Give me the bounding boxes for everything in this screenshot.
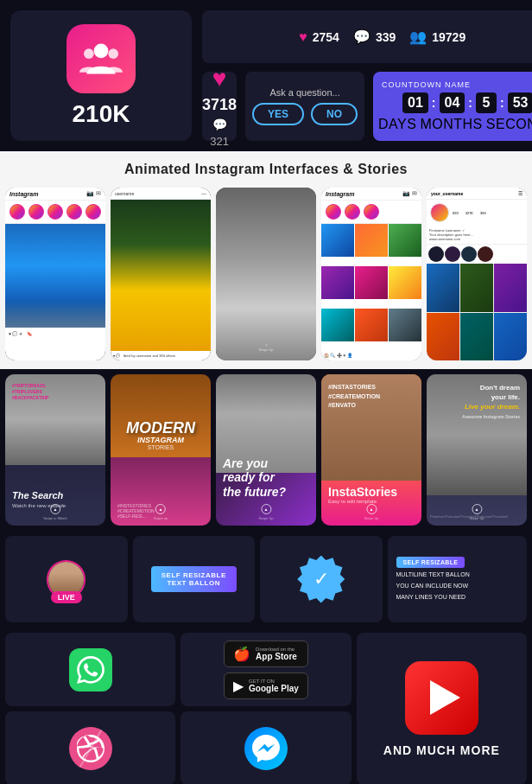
grid-cell: [389, 309, 421, 341]
story-bubble: [364, 204, 379, 220]
verified-checkmark: ✓: [297, 556, 345, 603]
heart-icon: ♥: [299, 29, 307, 45]
story2-stories: STORIES: [117, 444, 204, 450]
store-buttons-cell: 🍎 Download on the App Store ▶ GET IT ON …: [180, 633, 351, 706]
profile-post: [427, 264, 459, 312]
profile-grid: [427, 264, 527, 360]
post-actions-1: ♥ 💬 ✈ 🔖: [5, 328, 105, 340]
dribbble-cell: [5, 711, 175, 784]
followers-stat: 👥 19729: [409, 29, 466, 45]
story5-subtitle: Awesome Instagram Stories: [462, 414, 520, 420]
story-bubble: [48, 204, 63, 220]
colon-3: :: [500, 96, 504, 110]
profile-post: [460, 264, 493, 312]
colon-2: :: [468, 96, 472, 110]
countdown-label: COUNTDOWN NAME: [378, 80, 471, 89]
swipe-arrow-5: ▲: [472, 504, 482, 514]
story-card-2: MODERN INSTAGRAM STORIES #INSTASTORIES #…: [111, 374, 211, 526]
ig-feed-4: Instagram 📷 ✉ 🏠 🔍 ➕ ♥ 👤: [321, 188, 421, 360]
svg-point-1: [84, 48, 94, 59]
live-avatar-container: LIVE: [47, 560, 86, 599]
unit-days: DAYS: [378, 117, 416, 132]
qa-buttons: YES NO: [252, 103, 358, 125]
phone-frame-4: Instagram 📷 ✉ 🏠 🔍 ➕ ♥ 👤: [321, 188, 421, 360]
story4-title-area: InstaStories Easy to edit template: [328, 485, 415, 504]
story2-swipe: Swipe up: [154, 516, 168, 520]
googleplay-button[interactable]: ▶ GET IT ON Google Play: [224, 672, 308, 699]
likes-value: 2754: [313, 30, 339, 44]
stories-bar-1: [5, 201, 105, 224]
arrow-up-icon-5: ▲: [475, 507, 479, 512]
appstore-button[interactable]: 🍎 Download on the App Store: [224, 641, 308, 667]
story-bubble: [10, 204, 25, 220]
and-more-text: AND MUCH MORE: [383, 743, 500, 757]
followers-card: 210K: [10, 10, 192, 141]
ig-header-4: Instagram 📷 ✉: [321, 188, 421, 201]
story-card-4: #INSTASTORIES #CREATEMOTION #ENVATO Inst…: [321, 374, 421, 526]
icons-section: 🍎 Download on the App Store ▶ GET IT ON …: [0, 628, 532, 784]
story4-title: InstaStories: [328, 485, 415, 499]
highlight-3: [461, 246, 477, 262]
story1-bottom: ▲ Swipe to Watch: [43, 504, 67, 520]
likes-card: ♥ 3718 💬 321: [202, 72, 237, 141]
story-bubble: [86, 204, 101, 220]
countdown-seconds: 53: [508, 92, 532, 113]
followers-count: 210K: [73, 100, 130, 128]
username-2: username: [115, 191, 134, 196]
swipe-arrow-1: ▲: [50, 504, 60, 514]
stats-row: ♥ 2754 💬 339 👥 19729: [202, 10, 532, 63]
highlight-2: [445, 246, 460, 262]
live-feature-card: LIVE: [5, 536, 128, 622]
story3-question: Are youready forthe future?: [223, 456, 309, 500]
countdown-digits: 01 : 04 : 5 : 53: [402, 92, 532, 113]
story4-bottom-arrow: ▲ Swipe Up: [364, 504, 378, 520]
whatsapp-icon: [69, 648, 112, 692]
whatsapp-cell: [5, 633, 175, 706]
no-button[interactable]: NO: [311, 103, 358, 125]
story5-line2: your life.: [462, 392, 520, 402]
unit-months: MONTHS: [420, 117, 482, 132]
comments-stat: 💬 339: [353, 29, 396, 45]
countdown-days: 01: [402, 92, 428, 113]
portrait-image: [216, 188, 316, 360]
swipe-arrow-2: ▲: [155, 504, 166, 514]
ig-feed-2: username ⋯ ♥ 💬 liked by username and 364…: [111, 188, 211, 360]
countdown-card: COUNTDOWN NAME 01 : 04 : 5 : 53 DAYS MON…: [373, 72, 532, 141]
swipe-arrow-3: ▲: [261, 504, 271, 514]
youtube-icon: [405, 661, 478, 735]
yes-button[interactable]: YES: [252, 103, 304, 125]
story3-content: Are youready forthe future?: [223, 456, 309, 500]
instagram-logo-1: Instagram: [10, 191, 38, 197]
comments-value: 339: [376, 30, 396, 44]
grid-cell: [355, 266, 388, 299]
story-card-3: Are youready forthe future? ▲ Swipe Up: [216, 374, 316, 526]
arrow-up-icon-4: ▲: [370, 507, 374, 512]
ig-menu-5: ☰: [518, 190, 522, 196]
comment-icon-small: 💬: [212, 118, 227, 131]
profile-post: [494, 264, 527, 312]
phone-frame-5: your_username ☰ 693 327K 360 Firstname L…: [427, 188, 527, 360]
post-count: 693: [453, 211, 459, 215]
sr2-line3: YOU CAN INCLUDE NOW: [396, 582, 469, 590]
grid-cell: [321, 309, 354, 341]
unit-seconds: SECONDS: [486, 117, 532, 132]
story-bottom-3: ▽Swipe Up: [258, 343, 273, 352]
countdown-minutes: 5: [476, 92, 497, 113]
ig-header-2: username ⋯: [111, 188, 211, 200]
screenshots-row: Instagram 📷 ✉ ♥ 💬 ✈ 🔖 username ⋯: [0, 188, 532, 369]
ig-icons-2: ⋯: [201, 190, 206, 196]
countdown-units: DAYS MONTHS SECONDS: [378, 117, 532, 132]
svg-point-0: [94, 43, 109, 58]
story2-bottom-arrow: ▲ Swipe up: [154, 504, 168, 520]
big-comments-value: 321: [210, 135, 229, 148]
ig-feed-1: Instagram 📷 ✉ ♥ 💬 ✈ 🔖: [5, 188, 105, 360]
story5-text: Don't dream your life. Live your dream. …: [462, 383, 520, 420]
smoke-image: [111, 200, 211, 351]
story4-hashtags: #INSTASTORIES #CREATEMOTION #ENVATO: [328, 383, 380, 411]
arrow-up-icon-2: ▲: [159, 507, 163, 512]
ig-header-1: Instagram 📷 ✉: [5, 188, 105, 201]
verified-card: ✓: [260, 536, 383, 622]
grid-cell: [355, 224, 388, 257]
photo-grid: [321, 224, 421, 350]
messenger-cell: [180, 711, 351, 784]
